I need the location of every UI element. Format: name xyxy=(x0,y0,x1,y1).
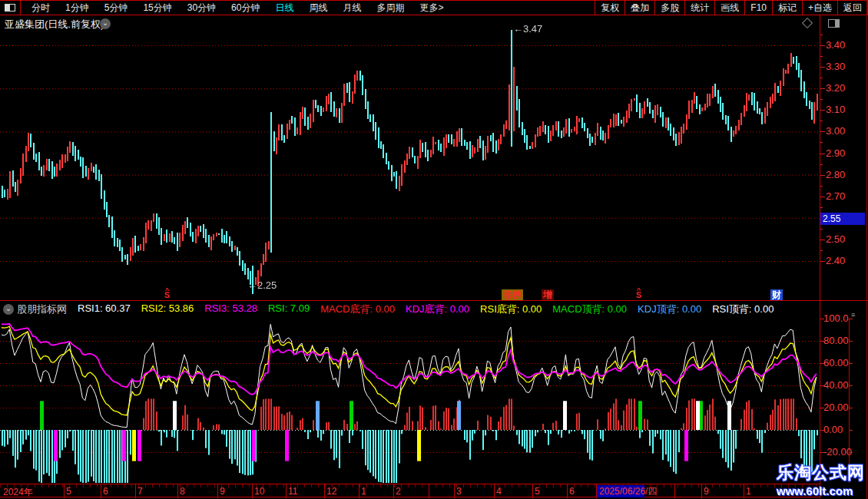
toolbar-item-月线[interactable]: 月线 xyxy=(335,1,369,15)
date-label: 12 xyxy=(326,486,336,497)
indicator-value: RSI顶背: 0.00 xyxy=(712,302,774,316)
indicator-value: KDJ顶背: 0.00 xyxy=(638,302,701,316)
indicator-axis-tick xyxy=(820,363,824,364)
indicator-chart-canvas[interactable] xyxy=(0,317,820,483)
date-separator xyxy=(135,484,136,498)
date-label: 10 xyxy=(254,486,264,497)
toolbar-button-统计[interactable]: 统计 xyxy=(685,1,715,15)
indicator-axis-tick xyxy=(850,363,853,364)
date-label: 4 xyxy=(496,486,502,497)
date-separator xyxy=(567,484,568,498)
indicator-axis-tick xyxy=(850,341,853,342)
price-axis-tick xyxy=(820,56,823,57)
price-axis-tick xyxy=(820,142,823,143)
date-separator xyxy=(393,484,394,498)
price-axis-tick xyxy=(820,154,825,154)
price-axis-label: 3.40 xyxy=(826,39,863,51)
price-axis-tick xyxy=(820,207,823,208)
indicator-axis-label: 60.00 xyxy=(823,357,860,368)
chart-badge-增: 增 xyxy=(542,289,554,300)
date-label: 1 xyxy=(361,486,366,497)
toolbar-item-周线[interactable]: 周线 xyxy=(301,1,335,15)
toolbar-item-60分钟[interactable]: 60分钟 xyxy=(224,1,267,15)
indicator-header: ⌄股朋指标网 RSI1: 60.37RSI2: 53.86RSI3: 53.28… xyxy=(0,302,818,316)
toolbar-button-画线[interactable]: 画线 xyxy=(715,1,745,15)
indicator-value: RSI1: 60.37 xyxy=(78,302,131,316)
price-axis-tick xyxy=(820,131,825,132)
low-price-annotation: ←2.25 xyxy=(247,279,277,291)
date-label: 3 xyxy=(456,486,462,497)
toolbar-button-F10[interactable]: F10 xyxy=(745,1,773,15)
toolbar-button-标记[interactable]: 标记 xyxy=(773,1,803,15)
signal-s-mark: ^S xyxy=(164,288,170,297)
toolbar-button-返回[interactable]: 返回 xyxy=(838,1,868,15)
date-label: 6 xyxy=(569,486,575,497)
price-axis-tick xyxy=(820,121,823,121)
price-axis-tick xyxy=(820,175,825,176)
panel-resize-icon[interactable]: ≡ xyxy=(851,311,855,319)
indicator-axis-tick xyxy=(850,430,853,431)
indicator-axis-tick xyxy=(850,452,853,453)
selected-date-badge: 2025/06/26/四 xyxy=(597,485,644,497)
date-label: 8 xyxy=(180,486,185,497)
date-separator xyxy=(454,484,455,498)
date-separator xyxy=(674,484,675,498)
chart-badge-涨榜: 涨榜 xyxy=(502,289,523,300)
indicator-value: RSI底背: 0.00 xyxy=(480,302,542,316)
main-price-chart-canvas[interactable] xyxy=(0,28,820,300)
indicator-axis-label: 80.00 xyxy=(823,335,860,346)
date-separator xyxy=(359,484,359,498)
indicator-axis-label: 40.00 xyxy=(823,379,860,391)
diamond-icon[interactable] xyxy=(802,18,813,28)
price-axis-tick xyxy=(820,45,825,46)
date-separator xyxy=(64,484,65,498)
window-split-icon[interactable] xyxy=(828,19,840,28)
date-label: 1 xyxy=(746,486,751,497)
date-separator xyxy=(532,484,533,498)
indicator-source[interactable]: ⌄股朋指标网 xyxy=(3,302,67,316)
layout-icon[interactable] xyxy=(0,1,21,15)
date-separator xyxy=(177,484,178,498)
price-axis-tick xyxy=(820,67,825,68)
indicator-axis-label: 0.00 xyxy=(823,424,860,435)
top-toolbar: 分时1分钟5分钟15分钟30分钟60分钟日线周线月线多周期更多> 复权叠加多股统… xyxy=(0,0,868,15)
date-separator xyxy=(324,484,325,498)
indicator-axis-label: 20.00 xyxy=(823,402,860,413)
date-separator xyxy=(101,484,101,498)
toolbar-item-多周期[interactable]: 多周期 xyxy=(369,1,412,15)
indicator-value: MACD底背: 0.00 xyxy=(320,302,395,316)
split-layout-icon xyxy=(5,4,15,12)
price-axis-label: 2.80 xyxy=(826,169,863,180)
toolbar-button-复权[interactable]: 复权 xyxy=(595,1,625,15)
price-axis-tick xyxy=(820,164,823,165)
toolbar-button-+自选[interactable]: +自选 xyxy=(803,1,838,15)
toolbar-button-叠加[interactable]: 叠加 xyxy=(625,1,655,15)
price-axis-label: 2.70 xyxy=(826,190,863,202)
last-price-badge: 2.55 xyxy=(820,213,865,225)
toolbar-item-日线[interactable]: 日线 xyxy=(267,1,301,15)
high-price-annotation: ←3.47 xyxy=(513,23,542,35)
toolbar-item-5分钟[interactable]: 5分钟 xyxy=(97,1,136,15)
toolbar-item-30分钟[interactable]: 30分钟 xyxy=(180,1,224,15)
date-label: 11 xyxy=(288,486,297,497)
chart-badge-财: 财 xyxy=(770,289,783,300)
date-label: 5 xyxy=(66,486,71,497)
toolbar-item-1分钟[interactable]: 1分钟 xyxy=(58,1,97,15)
indicator-axis-tick xyxy=(820,341,824,342)
date-separator xyxy=(286,484,287,498)
toolbar-item-更多>[interactable]: 更多> xyxy=(412,1,451,15)
indicator-chevron-down-icon[interactable]: ⌄ xyxy=(3,304,14,315)
panel-divider-line xyxy=(0,300,868,301)
price-axis-tick xyxy=(820,110,825,111)
indicator-axis-tick xyxy=(850,319,853,319)
indicator-axis-tick xyxy=(820,408,824,408)
watermark: 乐淘公式网 www.60lt.com xyxy=(777,461,865,497)
toolbar-button-多股[interactable]: 多股 xyxy=(655,1,685,15)
toolbar-item-15分钟[interactable]: 15分钟 xyxy=(135,1,179,15)
right-edge-line xyxy=(866,0,867,499)
price-axis-label: 2.90 xyxy=(826,147,863,159)
indicator-value: KDJ底背: 0.00 xyxy=(406,302,469,316)
date-label: 2 xyxy=(396,486,401,497)
toolbar-item-分时[interactable]: 分时 xyxy=(24,1,58,15)
date-label: 6 xyxy=(103,486,108,497)
